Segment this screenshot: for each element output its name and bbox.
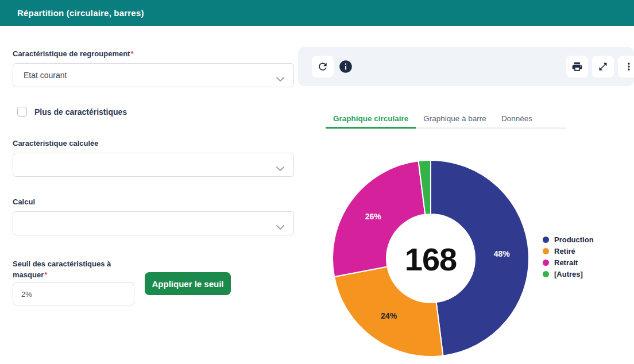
calc-select[interactable]	[13, 211, 294, 235]
info-icon	[338, 59, 353, 74]
title-bar: Répartition (circulaire, barres)	[0, 0, 634, 26]
expand-icon	[597, 61, 609, 72]
page-title: Répartition (circulaire, barres)	[17, 0, 144, 26]
tab-graphique-circulaire[interactable]: Graphique circulaire	[326, 110, 416, 129]
legend-dot	[543, 237, 549, 243]
more-options-button[interactable]	[618, 56, 634, 78]
app-root: Répartition (circulaire, barres) Caracté…	[0, 0, 634, 364]
calculated-label: Caractéristique calculée	[13, 139, 99, 148]
tab-donnees[interactable]: Données	[494, 110, 540, 129]
expand-button[interactable]	[592, 56, 614, 78]
apply-threshold-button[interactable]: Appliquer le seuil	[145, 272, 231, 295]
calculated-select[interactable]	[13, 153, 294, 177]
more-vertical-icon	[623, 61, 634, 72]
chevron-down-icon	[276, 73, 284, 84]
slice-label: 48%	[494, 249, 511, 258]
more-features-checkbox[interactable]	[17, 107, 27, 117]
calc-label: Calcul	[13, 198, 35, 206]
slice-label: 26%	[365, 212, 382, 221]
legend-item-production[interactable]: Production	[543, 235, 594, 244]
print-button[interactable]	[566, 56, 588, 78]
chart-legend: Production Retiré Retrait [Autres]	[543, 235, 594, 278]
threshold-label: Seuil des caractéristiques à masquer*	[13, 258, 145, 280]
chevron-down-icon	[276, 163, 284, 173]
required-asterisk: *	[44, 270, 47, 279]
more-features-label: Plus de caractéristiques	[34, 107, 127, 117]
chevron-down-icon	[276, 222, 284, 232]
info-button[interactable]	[338, 59, 353, 74]
chart-tabs: Graphique circulaire Graphique à barre D…	[326, 110, 540, 129]
legend-item-autres[interactable]: [Autres]	[543, 269, 594, 278]
required-asterisk: *	[130, 49, 133, 58]
print-icon	[571, 61, 583, 72]
donut-center-total: 168	[405, 241, 457, 278]
slice-label: 24%	[381, 311, 397, 320]
legend-dot	[543, 248, 549, 254]
legend-item-retire[interactable]: Retiré	[543, 246, 594, 255]
threshold-input[interactable]	[13, 282, 134, 305]
refresh-button[interactable]	[312, 56, 334, 78]
more-features-row: Plus de caractéristiques	[17, 107, 127, 117]
refresh-icon	[317, 61, 328, 72]
legend-dot	[543, 260, 549, 266]
grouping-select[interactable]: Etat courant	[13, 63, 294, 87]
legend-dot	[543, 271, 549, 277]
legend-item-retrait[interactable]: Retrait	[543, 258, 594, 267]
grouping-label: Caractéristique de regroupement*	[13, 49, 134, 58]
tab-graphique-a-barre[interactable]: Graphique à barre	[416, 110, 494, 129]
grouping-select-value: Etat courant	[24, 64, 67, 87]
